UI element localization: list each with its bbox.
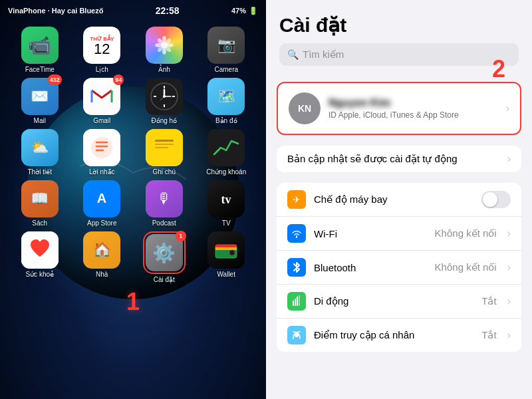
app-settings[interactable]: 1 ⚙️ Cài đặt [135, 231, 194, 284]
home-label: Nhà [96, 271, 108, 279]
wifi-label: Wi-Fi [314, 228, 427, 239]
mail-label: Mail [34, 117, 46, 125]
weather-icon: ⛅ [21, 129, 59, 166]
auto-update-chevron: › [507, 153, 511, 165]
settings-row-hotspot[interactable]: Điểm truy cập cá nhân Tắt › [277, 319, 521, 352]
wifi-value: Không kết nối [435, 227, 497, 239]
apple-id-card[interactable]: KN Nguyen Kim ID Apple, iCloud, iTunes &… [277, 82, 521, 135]
reminder-label: Lời nhắc [89, 168, 115, 176]
health-label: Sức khoẻ [25, 271, 54, 279]
settings-row-bluetooth[interactable]: Bluetooth Không kết nối › [277, 251, 521, 285]
maps-label: Bản đồ [215, 117, 237, 125]
app-wallet[interactable]: Wallet [198, 231, 256, 284]
search-row: 🔍 Tìm kiếm 2 [279, 43, 519, 66]
svg-rect-34 [215, 247, 237, 250]
svg-point-2 [162, 48, 166, 55]
settings-group-connectivity: ✈ Chế độ máy bay Wi-Fi Không kết nối › [277, 183, 521, 352]
calendar-icon: Thứ Bảy 12 [83, 27, 120, 64]
wifi-row-icon [287, 224, 306, 243]
clock-label: Đồng hồ [151, 117, 177, 125]
settings-row-airplane[interactable]: ✈ Chế độ máy bay [277, 183, 521, 217]
bluetooth-value: Không kết nối [435, 261, 497, 273]
stocks-icon [207, 129, 245, 166]
svg-point-18 [163, 95, 166, 98]
svg-rect-36 [293, 301, 294, 306]
right-panel: Cài đặt 🔍 Tìm kiếm 2 KN Nguyen Kim ID Ap… [266, 0, 532, 399]
gmail-label: Gmail [93, 117, 110, 125]
stocks-label: Chứng khoán [206, 168, 246, 176]
tv-icon: tv [207, 180, 245, 217]
auto-update-row[interactable]: Bản cập nhật sẽ được cài đặt tự động › [277, 146, 521, 172]
app-podcasts[interactable]: 🎙 Podcast [135, 180, 194, 227]
photos-label: Ảnh [158, 66, 170, 74]
settings-header: Cài đặt 🔍 Tìm kiếm 2 [266, 0, 532, 76]
app-camera[interactable]: 📷 Camera [198, 27, 256, 74]
app-gmail[interactable]: 94 Gmail [73, 78, 132, 125]
svg-point-1 [162, 36, 166, 43]
settings-row-mobile[interactable]: Di động Tắt › [277, 285, 521, 319]
mobile-row-icon [287, 292, 306, 311]
wifi-chevron: › [507, 227, 511, 239]
calendar-label: Lịch [96, 66, 108, 74]
notes-label: Ghi chú [153, 168, 176, 176]
svg-rect-38 [297, 297, 298, 306]
search-bar[interactable]: 🔍 Tìm kiếm [279, 43, 519, 66]
app-photos[interactable]: Ảnh [135, 27, 194, 74]
weather-label: Thời tiết [28, 168, 52, 176]
reminder-icon [83, 129, 120, 166]
svg-point-35 [229, 250, 235, 255]
settings-label: Cài đặt [154, 276, 175, 284]
bluetooth-row-icon [287, 258, 306, 277]
step-1-number: 1 [0, 288, 266, 316]
books-icon: 📖 [21, 180, 59, 217]
left-panel: VinaPhone · Hay cai Bluező 22:58 47% 🔋 📹… [0, 0, 266, 399]
carrier-text: VinaPhone · Hay cai Bluező [8, 7, 103, 15]
camera-label: Camera [214, 66, 238, 74]
svg-text:A: A [97, 191, 106, 205]
cal-day: 12 [94, 42, 110, 57]
app-maps[interactable]: 🗺️ Bản đồ [198, 78, 256, 125]
airplane-toggle[interactable] [481, 191, 511, 208]
podcasts-label: Podcast [152, 219, 176, 227]
app-reminder[interactable]: Lời nhắc [73, 129, 132, 176]
search-placeholder-text: Tìm kiếm [303, 49, 344, 61]
bluetooth-chevron: › [507, 261, 511, 273]
svg-rect-27 [155, 147, 168, 148]
app-calendar[interactable]: Thứ Bảy 12 Lịch [73, 27, 132, 74]
hotspot-row-icon [287, 326, 306, 344]
app-mail[interactable]: 432 ✉️ Mail [11, 78, 69, 125]
settings-row-wifi[interactable]: Wi-Fi Không kết nối › [277, 217, 521, 251]
svg-text:tv: tv [221, 193, 231, 206]
mobile-value: Tắt [481, 295, 496, 307]
app-notes[interactable]: Ghi chú [135, 129, 194, 176]
wallet-icon [207, 231, 245, 269]
notes-icon [146, 129, 183, 166]
app-weather[interactable]: ⛅ Thời tiết [11, 129, 69, 176]
app-tv[interactable]: tv TV [198, 180, 256, 227]
apple-id-name: Nguyen Kim [329, 97, 498, 109]
time-display: 22:58 [156, 5, 180, 16]
settings-icon: 1 ⚙️ [146, 234, 183, 271]
app-stocks[interactable]: Chứng khoán [198, 129, 256, 176]
books-label: Sách [32, 219, 47, 227]
airplane-label: Chế độ máy bay [314, 194, 473, 205]
app-clock[interactable]: Đồng hồ [135, 78, 194, 125]
app-books[interactable]: 📖 Sách [11, 180, 69, 227]
wallet-label: Wallet [217, 271, 235, 279]
mail-icon: 432 ✉️ [21, 78, 59, 115]
app-appstore[interactable]: A App Store [73, 180, 132, 227]
battery-text: 47% [231, 7, 246, 15]
svg-rect-37 [295, 299, 296, 306]
facetime-icon: 📹 [21, 27, 59, 64]
svg-point-4 [167, 43, 174, 47]
status-bar: VinaPhone · Hay cai Bluező 22:58 47% 🔋 [0, 0, 266, 19]
auto-update-label: Bản cập nhật sẽ được cài đặt tự động [287, 153, 507, 165]
mobile-label: Di động [314, 295, 473, 307]
app-home[interactable]: 🏠 Nhà [73, 231, 132, 284]
svg-rect-28 [207, 129, 245, 166]
app-health[interactable]: Sức khoẻ [11, 231, 69, 284]
apple-id-subtitle: ID Apple, iCloud, iTunes & App Store [329, 110, 498, 120]
podcasts-icon: 🎙 [146, 180, 183, 217]
battery-icon: 🔋 [249, 7, 258, 15]
app-facetime[interactable]: 📹 FaceTime [11, 27, 69, 74]
